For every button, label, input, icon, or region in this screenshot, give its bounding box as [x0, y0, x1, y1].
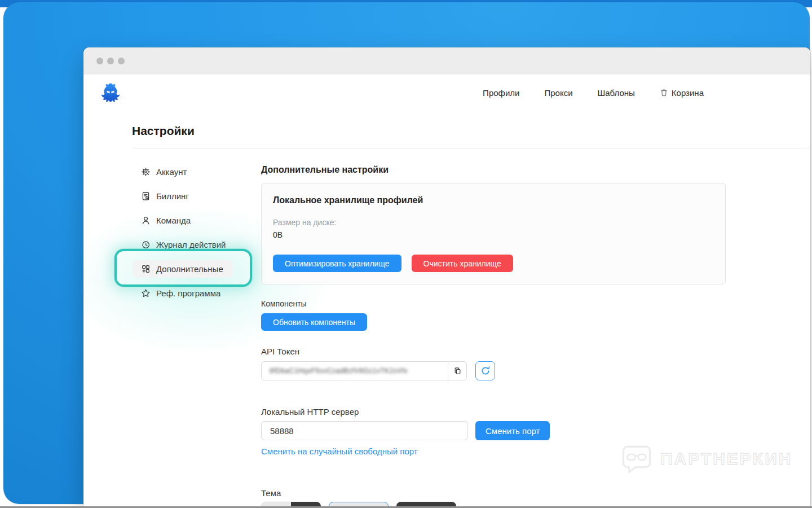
- trash-icon: [660, 88, 668, 97]
- regenerate-token-button[interactable]: [475, 361, 495, 380]
- api-token-field[interactable]: 8fDbaC1HqxF5svCzadBzfV8Gz1vTK2sVfx: [261, 361, 467, 380]
- app-header: Профили Прокси Шаблоны Корзина: [83, 75, 810, 111]
- copy-icon[interactable]: [448, 362, 466, 380]
- random-port-link[interactable]: Сменить на случайный свободный порт: [261, 446, 418, 456]
- nav-profiles[interactable]: Профили: [483, 88, 519, 98]
- disk-size-label: Размер на диске:: [273, 218, 714, 227]
- components-label: Компоненты: [261, 299, 726, 308]
- section-heading: Дополнительные настройки: [261, 165, 726, 175]
- nav-trash-label: Корзина: [672, 88, 704, 98]
- http-server-label: Локальный HTTP сервер: [261, 407, 726, 417]
- storage-card-title: Локальное хранилище профилей: [273, 195, 714, 205]
- watermark-text: ПАРТНЕРКИН: [660, 449, 792, 468]
- refresh-icon: [480, 366, 491, 376]
- person-icon: [141, 216, 151, 225]
- sidebar-item-referral[interactable]: Реф. программа: [141, 281, 271, 305]
- sidebar-item-label: Дополнительные: [156, 264, 223, 274]
- traffic-light-minimize[interactable]: [107, 58, 114, 64]
- nav-proxies-label: Прокси: [544, 88, 572, 98]
- nav-profiles-label: Профили: [483, 88, 519, 98]
- theme-option-auto[interactable]: [261, 502, 321, 506]
- optimize-storage-button[interactable]: Оптимизировать хранилище: [273, 255, 401, 272]
- theme-label: Тема: [261, 488, 726, 498]
- widgets-icon: [141, 264, 151, 274]
- api-token-label: API Токен: [261, 347, 726, 356]
- history-icon: [141, 240, 151, 249]
- theme-option-light[interactable]: [329, 502, 389, 506]
- traffic-light-close[interactable]: [96, 58, 103, 64]
- sidebar-item-label: Реф. программа: [156, 288, 220, 298]
- theme-option-dark[interactable]: [396, 502, 456, 506]
- sidebar-item-label: Аккаунт: [156, 167, 187, 177]
- nav-trash[interactable]: Корзина: [660, 88, 704, 98]
- sidebar-item-billing[interactable]: Биллинг: [141, 184, 271, 208]
- local-storage-card: Локальное хранилище профилей Размер на д…: [261, 183, 726, 284]
- app-window: Профили Прокси Шаблоны Корзина Настройки: [83, 47, 810, 506]
- octo-logo-icon[interactable]: [99, 80, 122, 108]
- theme-options: [261, 502, 726, 506]
- title-divider: [132, 148, 810, 148]
- sidebar-item-label: Команда: [156, 216, 191, 225]
- top-navigation: Профили Прокси Шаблоны Корзина: [483, 75, 704, 111]
- nav-templates[interactable]: Шаблоны: [598, 88, 635, 98]
- change-port-button[interactable]: Сменить порт: [475, 421, 550, 440]
- port-input[interactable]: [261, 421, 468, 440]
- traffic-light-maximize[interactable]: [118, 58, 125, 64]
- window-titlebar: [83, 47, 810, 75]
- watermark: ПАРТНЕРКИН: [620, 443, 792, 475]
- page-title: Настройки: [132, 124, 195, 138]
- watermark-bubble-icon: [620, 443, 653, 475]
- sidebar-item-advanced[interactable]: Дополнительные: [141, 257, 271, 281]
- nav-proxies[interactable]: Прокси: [544, 88, 572, 98]
- sidebar-item-account[interactable]: Аккаунт: [141, 160, 271, 184]
- sidebar-item-activity-log[interactable]: Журнал действий: [141, 233, 271, 257]
- nav-templates-label: Шаблоны: [598, 88, 635, 98]
- gear-icon: [141, 167, 151, 177]
- star-icon: [141, 288, 151, 298]
- sidebar-item-label: Журнал действий: [156, 240, 226, 249]
- update-components-button[interactable]: Обновить компоненты: [261, 313, 367, 331]
- settings-sidebar: Аккаунт Биллинг: [141, 160, 271, 305]
- sidebar-item-label: Биллинг: [156, 191, 189, 201]
- api-token-value-blurred: 8fDbaC1HqxF5svCzadBzfV8Gz1vTK2sVfx: [262, 362, 448, 380]
- billing-icon: [141, 191, 151, 201]
- sidebar-item-team[interactable]: Команда: [141, 208, 271, 233]
- clear-storage-button[interactable]: Очистить хранилище: [412, 255, 513, 272]
- disk-size-value: 0B: [273, 230, 714, 239]
- active-item-pill: Дополнительные: [133, 260, 233, 278]
